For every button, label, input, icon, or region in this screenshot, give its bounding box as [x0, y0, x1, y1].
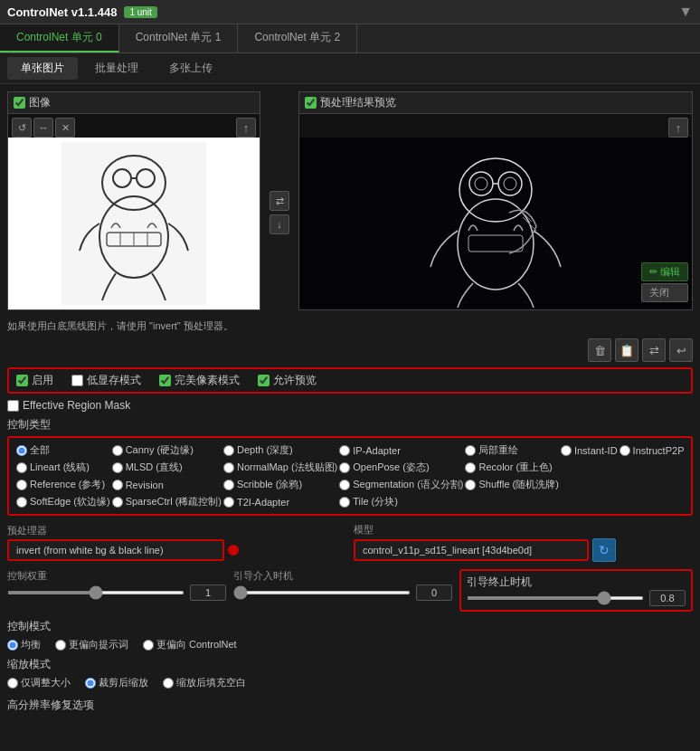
control-mode-radio-row: 均衡 更偏向提示词 更偏向 ControlNet — [7, 638, 693, 651]
refresh-model-btn[interactable]: ↻ — [592, 538, 616, 562]
sub-tab-batch[interactable]: 批量处理 — [81, 57, 152, 80]
preview-label: 预处理结果预览 — [320, 95, 396, 110]
radio-mlsd[interactable]: MLSD (直线) — [112, 461, 222, 474]
title-bar: ControlNet v1.1.448 1 unit ▼ — [0, 0, 700, 24]
chevron-icon[interactable]: ▼ — [678, 4, 693, 20]
radio-revision[interactable]: Revision — [112, 478, 222, 491]
radio-reference[interactable]: Reference (参考) — [16, 478, 110, 491]
scale-fill[interactable]: 缩放后填充空白 — [163, 676, 246, 689]
tab-unit-2[interactable]: ControlNet 单元 2 — [238, 24, 357, 52]
pixel-perfect-checkbox[interactable] — [159, 375, 171, 386]
radio-tile[interactable]: Tile (分块) — [339, 495, 463, 509]
left-image-panel: 图像 ↺ ↔ ✕ ↑ — [7, 91, 260, 310]
allow-preview-checkbox[interactable] — [258, 375, 270, 386]
scale-mode-label: 缩放模式 — [7, 657, 693, 672]
options-row: 启用 低显存模式 完美像素模式 允许预览 — [7, 367, 693, 394]
radio-openpose[interactable]: OpenPose (姿态) — [339, 461, 463, 474]
starting-control-value[interactable]: 0 — [416, 585, 452, 601]
svg-rect-10 — [405, 140, 586, 308]
radio-recolor[interactable]: Recolor (重上色) — [465, 461, 558, 474]
control-type-grid: 全部 Canny (硬边缘) Depth (深度) IP-Adapter 局部重… — [16, 443, 684, 509]
starting-control-label: 引导介入时机 — [233, 569, 452, 583]
control-weight-slider[interactable] — [7, 591, 184, 594]
arrow-down-btn[interactable]: ↓ — [270, 214, 289, 234]
radio-instructp2p[interactable]: InstructP2P — [620, 443, 685, 457]
flip-h-btn[interactable]: ↔ — [33, 118, 53, 138]
radio-placeholder-2 — [620, 461, 685, 474]
delete-btn[interactable]: 🗑 — [588, 338, 611, 362]
swap-btn[interactable]: ⇄ — [270, 191, 289, 211]
preprocessor-select[interactable]: invert (from white bg & black line) — [7, 539, 224, 561]
radio-softedge[interactable]: SoftEdge (软边缘) — [16, 495, 110, 509]
mode-prompt[interactable]: 更偏向提示词 — [55, 638, 128, 651]
ending-control-slider-row: 0.8 — [467, 590, 686, 606]
control-mode-label: 控制模式 — [7, 619, 693, 634]
high-res-label: 高分辨率修复选项 — [7, 699, 94, 711]
radio-lineart[interactable]: Lineart (线稿) — [16, 461, 110, 474]
model-select[interactable]: control_v11p_sd15_lineart [43d4be0d] — [354, 539, 589, 561]
allow-preview-label[interactable]: 允许预览 — [258, 373, 317, 388]
edit-button[interactable]: ✏ 编辑 — [641, 262, 688, 281]
radio-instant-id[interactable]: Instant-ID — [561, 443, 618, 457]
mode-controlnet[interactable]: 更偏向 ControlNet — [143, 638, 237, 651]
svg-rect-0 — [61, 142, 206, 305]
right-panel-header: 预处理结果预览 — [299, 92, 692, 114]
region-mask-text: Effective Region Mask — [23, 399, 130, 412]
radio-all[interactable]: 全部 — [16, 443, 110, 457]
control-weight-value[interactable]: 1 — [190, 585, 226, 601]
image-checkbox-label[interactable]: 图像 — [14, 95, 51, 110]
close-image-btn[interactable]: ✕ — [55, 118, 75, 138]
model-label: 模型 — [354, 523, 693, 537]
swap-toolbar-btn[interactable]: ⇄ — [642, 338, 666, 362]
region-mask-label[interactable]: Effective Region Mask — [7, 399, 130, 412]
frog-sketch-svg — [61, 142, 206, 305]
radio-scribble[interactable]: Scribble (涂鸦) — [223, 478, 337, 491]
tab-unit-1[interactable]: ControlNet 单元 1 — [119, 24, 239, 52]
radio-normalmap[interactable]: NormalMap (法线贴图) — [223, 461, 337, 474]
scale-resize[interactable]: 仅调整大小 — [7, 676, 71, 689]
reset-btn[interactable]: ↩ — [669, 338, 693, 362]
tab-unit-0[interactable]: ControlNet 单元 0 — [0, 24, 119, 52]
rotate-btn[interactable]: ↺ — [12, 118, 32, 138]
red-dot-icon — [228, 545, 239, 556]
enable-checkbox[interactable] — [16, 375, 28, 386]
ending-control-value[interactable]: 0.8 — [649, 590, 686, 606]
scale-mode-radio-row: 仅调整大小 裁剪后缩放 缩放后填充空白 — [7, 676, 693, 689]
radio-inpaint[interactable]: 局部重绘 — [465, 443, 558, 457]
pixel-perfect-text: 完美像素模式 — [175, 373, 240, 388]
pixel-perfect-label[interactable]: 完美像素模式 — [159, 373, 240, 388]
radio-canny[interactable]: Canny (硬边缘) — [112, 443, 222, 457]
image-row: 图像 ↺ ↔ ✕ ↑ — [7, 91, 693, 310]
enable-label[interactable]: 启用 — [16, 373, 53, 388]
low-vram-text: 低显存模式 — [87, 373, 141, 388]
preview-checkbox-label[interactable]: 预处理结果预览 — [305, 95, 396, 110]
starting-control-slider[interactable] — [233, 591, 411, 594]
preview-upload-btn[interactable]: ↑ — [668, 118, 688, 138]
right-image-content — [299, 138, 692, 309]
close-button[interactable]: 关闭 — [641, 283, 688, 302]
unit-badge: 1 unit — [124, 6, 156, 18]
copy-btn[interactable]: 📋 — [615, 338, 639, 362]
radio-depth[interactable]: Depth (深度) — [223, 443, 337, 457]
starting-control-slider-row: 0 — [233, 585, 452, 601]
preview-checkbox[interactable] — [305, 97, 317, 109]
radio-shuffle[interactable]: Shuffle (随机洗牌) — [465, 478, 558, 491]
region-mask-checkbox[interactable] — [7, 400, 19, 412]
right-image-panel: 预处理结果预览 ↑ — [298, 91, 693, 310]
radio-sparsectrl[interactable]: SparseCtrl (稀疏控制) — [112, 495, 222, 509]
app-title: ControlNet v1.1.448 — [7, 5, 117, 19]
ending-control-slider[interactable] — [467, 596, 644, 600]
image-checkbox[interactable] — [14, 97, 25, 109]
sliders-row: 控制权重 1 引导介入时机 0 引导终止时机 0.8 — [7, 569, 693, 612]
sub-tab-multi[interactable]: 多张上传 — [156, 57, 226, 80]
low-vram-checkbox[interactable] — [71, 375, 83, 386]
radio-ip-adapter[interactable]: IP-Adapter — [339, 443, 463, 457]
upload-btn[interactable]: ↑ — [236, 118, 256, 138]
radio-t2i-adapter[interactable]: T2I-Adapter — [223, 495, 337, 509]
low-vram-label[interactable]: 低显存模式 — [71, 373, 141, 388]
mode-balanced[interactable]: 均衡 — [7, 638, 41, 651]
sub-tab-single[interactable]: 单张图片 — [7, 57, 78, 80]
scale-crop[interactable]: 裁剪后缩放 — [85, 676, 148, 689]
preprocessor-model-row: 预处理器 invert (from white bg & black line)… — [7, 523, 693, 562]
radio-segmentation[interactable]: Segmentation (语义分割) — [339, 478, 463, 491]
